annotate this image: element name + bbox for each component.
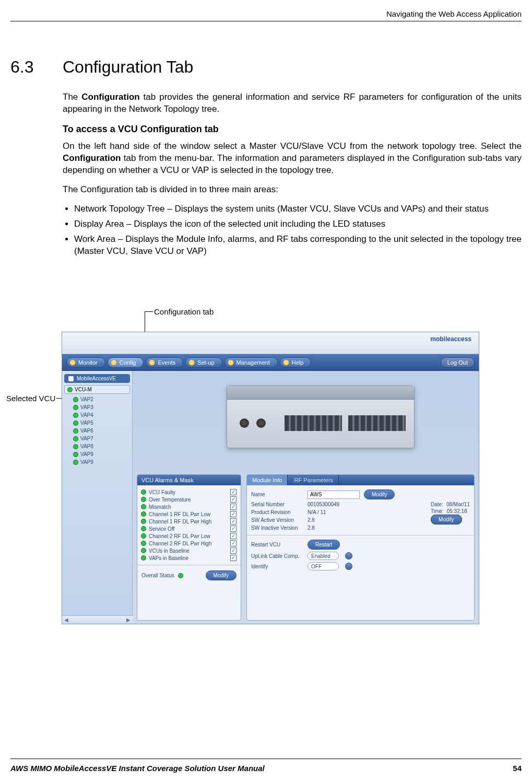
mask-checkbox[interactable]: ✓ [230,504,237,510]
alarms-panel-title: VCU Alarms & Mask [137,475,241,485]
section-heading: 6.3Configuration Tab [10,57,522,77]
name-label: Name [251,492,303,497]
tab-rf-parameters[interactable]: RF Parameters [289,475,339,485]
dropdown-icon[interactable] [345,563,352,570]
callout-config-tab: Configuration tab [154,307,214,316]
alarm-row: Channel 1 RF DL Pwr High✓ [141,518,237,525]
status-led-icon [74,429,78,433]
dropdown-icon[interactable] [345,552,352,559]
status-led-icon [74,421,78,425]
time-value: 05:32:18 [447,508,467,514]
mask-checkbox[interactable]: ✓ [230,496,237,503]
page-number: 54 [513,764,522,773]
menu-monitor[interactable]: Monitor [66,357,105,368]
tree-item[interactable]: VAP9 [64,458,130,466]
page-footer: AWS MIMO MobileAccessVE Instant Coverage… [10,764,522,773]
status-led-icon [141,519,146,523]
mask-checkbox[interactable]: ✓ [230,540,237,546]
name-input[interactable] [308,491,360,499]
tree-product: MobileAccessVE [64,374,130,383]
mask-checkbox[interactable]: ✓ [230,526,237,532]
tree-root-vcu[interactable]: VCU-M [64,385,130,394]
menu-management[interactable]: Management [224,357,278,368]
tree-item[interactable]: VAP3 [64,403,130,411]
scroll-right-icon[interactable]: ▶ [126,617,131,623]
alarm-row: Channel 2 RF DL Pwr High✓ [141,540,237,547]
alarm-row: VAPs in Baseline✓ [141,554,237,562]
logout-button[interactable]: Log Out [441,357,475,368]
status-led-icon [74,437,78,441]
mask-checkbox[interactable]: ✓ [230,555,237,561]
restart-button[interactable]: Restart [308,540,340,550]
callout-line [145,311,153,312]
tree-item[interactable]: VAP5 [64,419,130,427]
footer-rule [10,759,522,759]
tree-item[interactable]: VAP7 [64,435,130,442]
identify-label: Identify [251,564,303,569]
subheading-access: To access a VCU Configuration tab [63,123,522,135]
list-item: Display Area – Displays the icon of the … [74,218,522,230]
identify-value[interactable]: OFF [308,562,339,570]
scroll-left-icon[interactable]: ◀ [64,617,68,623]
para-1: The Configuration tab provides the gener… [63,91,522,115]
alarm-row: Channel 1 RF DL Pwr Low✓ [141,510,237,518]
menu-setup[interactable]: Set-up [185,357,222,368]
tree-item[interactable]: VAP2 [64,395,130,403]
alarm-row: Service Off✓ [141,525,237,532]
name-row: Name Modify [251,488,470,500]
app-header: mobileaccess [62,332,479,354]
alarm-row: Over Temperature✓ [141,496,237,503]
mask-checkbox[interactable]: ✓ [230,518,237,524]
status-led-icon [141,512,146,516]
name-modify-button[interactable]: Modify [364,489,395,499]
status-led-icon [141,505,146,509]
overall-status-label: Overall Status [141,573,174,578]
status-led-icon [74,405,78,410]
alarms-modify-button[interactable]: Modify [206,570,237,580]
tree-item[interactable]: VAP6 [64,427,130,435]
mask-checkbox[interactable]: ✓ [230,489,237,495]
header-rule [10,21,522,21]
time-label: Time: [431,508,444,514]
brand-logo: mobileaccess [430,335,471,343]
uplink-value[interactable]: Enabled [308,552,339,560]
status-led-icon [141,541,146,545]
running-header: Navigating the Web Access Application [386,9,522,18]
tree-item[interactable]: VAP4 [64,411,130,419]
tab-module-info[interactable]: Module Info [247,475,288,485]
para-2: On the left hand side of the window sele… [63,141,522,177]
alarm-row: VCUs in Baseline✓ [141,547,237,554]
datetime-modify-button[interactable]: Modify [431,515,462,524]
bullet-list: Network Topology Tree – Displays the sys… [74,203,522,258]
tree-item[interactable]: VAP8 [64,442,130,450]
status-led-icon [179,574,183,578]
date-label: Date: [431,502,443,507]
mask-checkbox[interactable]: ✓ [230,547,237,554]
mask-checkbox[interactable]: ✓ [230,511,237,517]
section-number: 6.3 [10,57,63,77]
menu-config[interactable]: Config [108,357,144,368]
status-led-icon [141,527,146,531]
callout-selected-vcu: Selected VCU [6,394,55,403]
main-area: VCU Alarms & Mask VCU Faulty✓ Over Tempe… [133,371,479,624]
status-led-icon [74,413,78,417]
uplink-row: UpLink Cable Comp. Enabled [251,551,470,561]
status-led-icon [74,398,78,402]
tree-scrollbar[interactable]: ◀▶ [62,615,133,624]
date-value: 08/Mar/11 [446,502,470,507]
status-led-icon [141,534,146,538]
status-led-icon [74,460,78,464]
status-led-icon [141,490,146,494]
list-item: Work Area – Displays the Module Info, al… [74,234,522,258]
status-led-icon [68,388,72,392]
uplink-label: UpLink Cable Comp. [251,553,303,559]
menu-events[interactable]: Events [146,357,183,368]
identify-row: Identify OFF [251,561,470,572]
mask-checkbox[interactable]: ✓ [230,533,237,539]
alarms-panel: VCU Alarms & Mask VCU Faulty✓ Over Tempe… [137,474,241,621]
menu-help[interactable]: Help [280,357,312,368]
status-led-icon [141,497,146,502]
datetime-box: Date:08/Mar/11 Time:05:32:18 Modify [431,501,470,522]
tree-item[interactable]: VAP9 [64,450,130,458]
main-menu: Monitor Config Events Set-up Management … [62,354,479,371]
